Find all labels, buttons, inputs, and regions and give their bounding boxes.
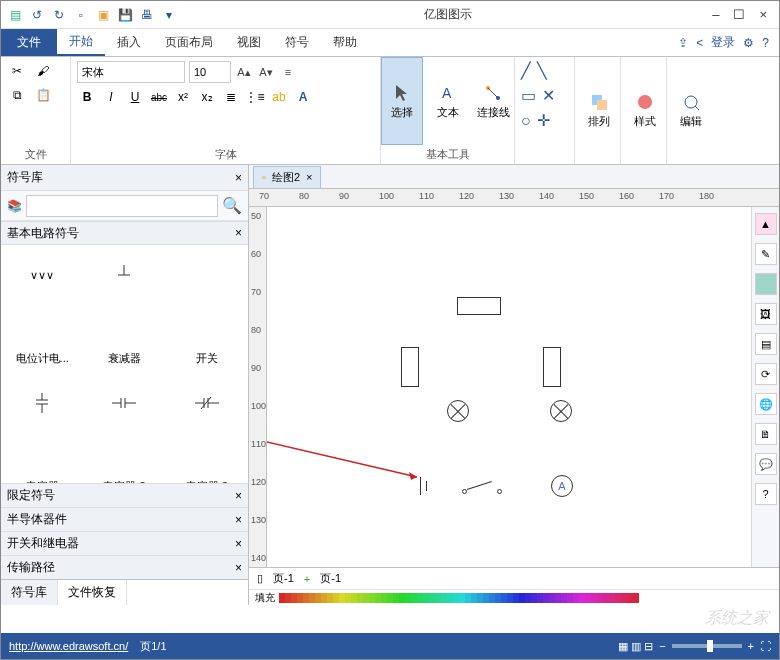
panel-hyperlink-icon[interactable]: 🌐 (755, 393, 777, 415)
font-size-select[interactable] (189, 61, 231, 83)
tab-start[interactable]: 开始 (57, 29, 105, 56)
gear-icon[interactable]: ⚙ (743, 36, 754, 50)
line-icon[interactable]: ╱ (521, 61, 531, 80)
zoom-slider[interactable] (672, 644, 742, 648)
italic-button[interactable]: I (101, 87, 121, 107)
library-open-title[interactable]: 基本电路符号 (7, 225, 79, 242)
library-icon[interactable]: 📚 (7, 199, 22, 213)
symbol-cell[interactable] (83, 373, 165, 437)
edit-button[interactable]: 编辑 (667, 57, 715, 164)
bold-button[interactable]: B (77, 87, 97, 107)
circle-icon[interactable]: ○ (521, 112, 531, 130)
tab-layout[interactable]: 页面布局 (153, 29, 225, 56)
library-collapsed[interactable]: 开关和继电器× (1, 531, 248, 555)
panel-action-icon[interactable]: ⟳ (755, 363, 777, 385)
doc-tab-close-icon[interactable]: × (306, 171, 312, 183)
panel-image-icon[interactable]: 🖼 (755, 303, 777, 325)
export-icon[interactable]: ⇪ (678, 36, 688, 50)
tab-help[interactable]: 帮助 (321, 29, 369, 56)
library-close-icon[interactable]: × (235, 489, 242, 503)
bullets-icon[interactable]: ⋮≡ (245, 87, 265, 107)
grow-font-icon[interactable]: A▴ (235, 63, 253, 81)
print-icon[interactable]: 🖶 (137, 5, 157, 25)
view-mode-icon[interactable]: ▦ ▥ ⊟ (618, 640, 653, 653)
tab-symbol[interactable]: 符号 (273, 29, 321, 56)
library-collapsed[interactable]: 传输路径× (1, 555, 248, 579)
zoom-in-icon[interactable]: + (748, 640, 754, 652)
qat-app-icon[interactable]: ▤ (5, 5, 25, 25)
library-close-icon[interactable]: × (235, 537, 242, 551)
sidebar-close-icon[interactable]: × (235, 171, 242, 185)
page-label-a[interactable]: 页-1 (273, 571, 294, 586)
symbol-cell[interactable]: 衰减器 (83, 309, 165, 373)
symbol-cell[interactable]: 开关 (166, 309, 248, 373)
new-icon[interactable]: ▫ (71, 5, 91, 25)
symbol-cell[interactable]: 电容器 (1, 437, 83, 483)
document-tab[interactable]: ▫ 绘图2 × (253, 166, 321, 188)
paste-icon[interactable]: 📋 (33, 85, 53, 105)
library-close-icon[interactable]: × (235, 226, 242, 240)
symbol-cell[interactable] (166, 373, 248, 437)
library-close-icon[interactable]: × (235, 513, 242, 527)
select-tool[interactable]: 选择 (381, 57, 423, 145)
strike-button[interactable]: abc (149, 87, 169, 107)
panel-comment-icon[interactable]: 💬 (755, 453, 777, 475)
panel-fill-icon[interactable] (755, 273, 777, 295)
page-prev-icon[interactable]: ▯ (257, 572, 263, 585)
color-swatches[interactable] (279, 593, 773, 603)
export-icon[interactable]: ▾ (159, 5, 179, 25)
star-icon[interactable]: ✕ (542, 86, 555, 105)
fit-icon[interactable]: ⛶ (760, 640, 771, 652)
panel-help-icon[interactable]: ? (755, 483, 777, 505)
library-close-icon[interactable]: × (235, 561, 242, 575)
canvas[interactable]: A (267, 207, 751, 567)
arrange-button[interactable]: 排列 (575, 57, 623, 164)
connector-tool[interactable]: 连接线 (472, 57, 514, 145)
sub-icon[interactable]: x₂ (197, 87, 217, 107)
cut-icon[interactable]: ✂ (7, 61, 27, 81)
panel-theme-icon[interactable]: ▲ (755, 213, 777, 235)
shape-battery[interactable] (417, 477, 431, 495)
shrink-font-icon[interactable]: A▾ (257, 63, 275, 81)
maximize-button[interactable]: ☐ (733, 7, 745, 22)
format-painter-icon[interactable]: 🖌 (33, 61, 53, 81)
shape-switch[interactable] (462, 479, 502, 495)
redo-icon[interactable]: ↻ (49, 5, 69, 25)
page-label-b[interactable]: 页-1 (320, 571, 341, 586)
panel-note-icon[interactable]: 🗎 (755, 423, 777, 445)
style-button[interactable]: 样式 (621, 57, 669, 164)
line2-icon[interactable]: ╲ (537, 61, 547, 80)
tab-insert[interactable]: 插入 (105, 29, 153, 56)
symbol-cell[interactable]: 电容器 3 (166, 437, 248, 483)
font-family-select[interactable] (77, 61, 185, 83)
panel-layer-icon[interactable]: ▤ (755, 333, 777, 355)
sup-icon[interactable]: x² (173, 87, 193, 107)
align-icon[interactable]: ≡ (279, 63, 297, 81)
panel-pen-icon[interactable]: ✎ (755, 243, 777, 265)
sidebar-tab-library[interactable]: 符号库 (1, 580, 58, 605)
text-tool[interactable]: A 文本 (427, 57, 469, 145)
sidebar-tab-recovery[interactable]: 文件恢复 (58, 580, 127, 605)
minimize-button[interactable]: – (712, 7, 719, 22)
symbol-cell[interactable]: 电位计电... (1, 309, 83, 373)
copy-icon[interactable]: ⧉ (7, 85, 27, 105)
underline-button[interactable]: U (125, 87, 145, 107)
tab-view[interactable]: 视图 (225, 29, 273, 56)
close-button[interactable]: × (759, 7, 767, 22)
save-icon[interactable]: 💾 (115, 5, 135, 25)
library-collapsed[interactable]: 半导体器件× (1, 507, 248, 531)
font-color-icon[interactable]: A (293, 87, 313, 107)
symbol-cell[interactable] (1, 373, 83, 437)
symbol-cell[interactable]: ∨∨∨ (1, 245, 83, 309)
search-input[interactable] (26, 195, 218, 217)
undo-icon[interactable]: ↺ (27, 5, 47, 25)
open-icon[interactable]: ▣ (93, 5, 113, 25)
symbol-cell[interactable] (83, 245, 165, 309)
symbol-cell[interactable]: 电容器 2 (83, 437, 165, 483)
login-link[interactable]: 登录 (711, 34, 735, 51)
highlight-icon[interactable]: ab (269, 87, 289, 107)
rect-icon[interactable]: ▭ (521, 86, 536, 105)
symbol-cell[interactable] (166, 245, 248, 309)
linespace-icon[interactable]: ≣ (221, 87, 241, 107)
help-icon[interactable]: ? (762, 36, 769, 50)
